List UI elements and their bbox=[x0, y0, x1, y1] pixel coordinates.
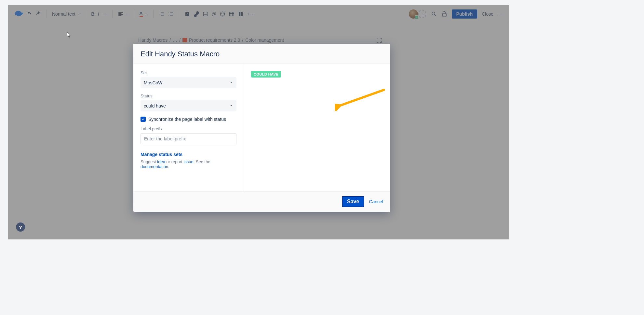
cancel-button[interactable]: Cancel bbox=[369, 199, 383, 204]
modal-form-panel: Set MosCoW Status could have Synchronize… bbox=[133, 64, 244, 191]
edit-macro-modal: Edit Handy Status Macro Set MosCoW Statu… bbox=[133, 44, 390, 212]
set-select-value: MosCoW bbox=[144, 80, 163, 85]
status-badge-preview: COULD HAVE bbox=[251, 71, 281, 78]
modal-header: Edit Handy Status Macro bbox=[133, 44, 390, 64]
modal-preview-panel: COULD HAVE bbox=[244, 64, 390, 191]
app-window: Normal text B I ⋯ A @ + E + bbox=[8, 5, 509, 239]
chevron-down-icon bbox=[229, 80, 233, 85]
cursor-icon bbox=[67, 32, 71, 38]
hint-text: Suggest idea or report issue. See the do… bbox=[141, 159, 236, 169]
status-select-value: could have bbox=[144, 103, 166, 108]
issue-link[interactable]: issue bbox=[183, 159, 193, 164]
sync-label-checkbox[interactable] bbox=[141, 117, 146, 122]
idea-link[interactable]: idea bbox=[157, 159, 165, 164]
save-button[interactable]: Save bbox=[342, 196, 364, 207]
documentation-link[interactable]: documentation bbox=[141, 164, 168, 169]
sync-label-checkbox-label: Synchronize the page label with status bbox=[148, 117, 226, 122]
prefix-field-label: Label prefix bbox=[141, 126, 236, 131]
set-field-label: Set bbox=[141, 70, 236, 75]
help-button[interactable]: ? bbox=[16, 222, 25, 232]
manage-status-sets-link[interactable]: Manage status sets bbox=[141, 152, 182, 157]
chevron-down-icon bbox=[229, 103, 233, 108]
set-select[interactable]: MosCoW bbox=[141, 77, 236, 88]
annotation-arrow-icon bbox=[335, 88, 387, 111]
status-select[interactable]: could have bbox=[141, 100, 236, 111]
modal-title: Edit Handy Status Macro bbox=[141, 50, 383, 58]
status-field-label: Status bbox=[141, 93, 236, 98]
modal-footer: Save Cancel bbox=[133, 191, 390, 212]
label-prefix-input[interactable] bbox=[141, 133, 236, 144]
